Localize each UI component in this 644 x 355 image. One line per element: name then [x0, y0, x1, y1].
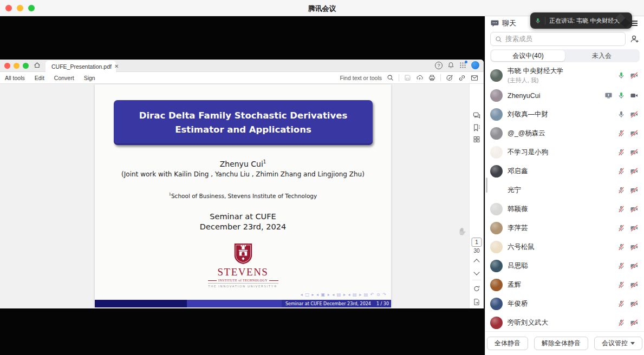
mic-icon[interactable]	[617, 91, 625, 100]
menu-item-edit[interactable]: Edit	[35, 75, 44, 81]
participant-row[interactable]: ZhenyuCui	[485, 86, 644, 105]
pdf-document-tab[interactable]: CUFE_Presentation.pdf ✕	[45, 61, 116, 72]
slide-title-line2: Estimator and Applications	[175, 123, 311, 137]
page-thumbnails-icon[interactable]	[473, 136, 480, 143]
beamer-nav-symbols[interactable]: ◂ □ ▸ ◂ ▣ ▸ ◂ ▤ ▸ ◂ ▤ ▸ ▤ ↶ ⊙ ↷	[301, 292, 387, 297]
participant-row[interactable]: @_@杨森云	[485, 124, 644, 143]
participant-row[interactable]: 年俊桥	[485, 294, 644, 313]
next-page-icon[interactable]	[473, 269, 479, 275]
pdf-close-button[interactable]	[4, 63, 10, 69]
search-icon[interactable]	[387, 74, 394, 81]
participant-row[interactable]: 六号松鼠	[485, 238, 644, 257]
mute-all-button[interactable]: 全体静音	[487, 337, 528, 350]
participant-row[interactable]: 光宁	[485, 181, 644, 200]
mic-icon[interactable]	[617, 110, 625, 119]
participant-row[interactable]: 李萍芸	[485, 219, 644, 238]
mic-icon[interactable]	[617, 262, 625, 270]
participant-row[interactable]: 邓启鑫	[485, 162, 644, 181]
rotate-page-icon[interactable]	[473, 285, 480, 292]
camera-icon[interactable]	[630, 186, 639, 194]
tab-in-meeting[interactable]: 会议中(40)	[491, 50, 565, 61]
menu-item-sign[interactable]: Sign	[84, 75, 95, 81]
speaking-mic-icon	[535, 17, 541, 24]
mic-icon[interactable]	[617, 129, 625, 137]
participant-name: 不学习是小狗	[508, 148, 548, 157]
hand-pan-tool-icon[interactable]: ✋	[458, 227, 466, 235]
mic-icon[interactable]	[617, 319, 625, 327]
mic-icon[interactable]	[617, 148, 625, 156]
mic-icon[interactable]	[617, 224, 625, 232]
apps-grid-icon[interactable]	[459, 62, 466, 69]
ai-assistant-icon[interactable]	[446, 74, 453, 82]
search-input[interactable]	[505, 35, 621, 43]
participant-avatar	[490, 203, 503, 215]
speaking-indicator-tooltip: 正在讲话: 韦晓 中央财经大学;	[530, 12, 632, 29]
menu-item-convert[interactable]: Convert	[54, 75, 74, 81]
camera-icon[interactable]	[630, 148, 639, 156]
participant-avatar	[490, 279, 503, 291]
chat-toggle[interactable]: 聊天	[491, 18, 516, 28]
notification-dot	[465, 61, 467, 63]
search-box[interactable]	[490, 32, 626, 46]
participant-avatar	[490, 146, 503, 159]
participant-row[interactable]: 韦晓 中央财经大学 (主持人, 我)	[485, 64, 644, 86]
stevens-sub-label: INSTITUTE of TECHNOLOGY	[218, 279, 268, 282]
save-icon[interactable]	[404, 74, 411, 81]
participant-row[interactable]: 不学习是小狗	[485, 143, 644, 162]
camera-icon[interactable]	[630, 224, 639, 232]
tab-not-joined[interactable]: 未入会	[565, 50, 639, 61]
print-icon[interactable]	[428, 74, 435, 81]
pdf-viewer-window: CUFE_Presentation.pdf ✕ ? All toolsEditC…	[0, 60, 484, 308]
account-avatar[interactable]	[471, 61, 479, 69]
camera-icon[interactable]	[630, 110, 639, 119]
add-member-icon[interactable]	[630, 35, 639, 43]
camera-icon[interactable]	[630, 262, 639, 270]
tab-close-icon[interactable]: ✕	[114, 63, 119, 69]
participant-row[interactable]: 刘敬真—中财	[485, 105, 644, 124]
notifications-bell-icon[interactable]	[447, 62, 454, 69]
email-icon[interactable]	[471, 75, 478, 81]
camera-icon[interactable]	[630, 281, 639, 289]
participant-row[interactable]: 韩颖薇	[485, 200, 644, 219]
participant-row[interactable]: 旁听刘义武大	[485, 313, 644, 331]
menu-item-all-tools[interactable]: All tools	[5, 75, 25, 81]
mic-icon[interactable]	[617, 281, 625, 289]
upload-cloud-icon[interactable]	[416, 74, 424, 81]
find-text-label[interactable]: Find text or tools	[340, 75, 382, 81]
mic-icon[interactable]	[617, 243, 625, 251]
pdf-maximize-button[interactable]	[23, 63, 29, 69]
mic-icon[interactable]	[617, 167, 625, 175]
camera-icon[interactable]	[630, 129, 639, 137]
export-page-icon[interactable]	[473, 298, 480, 306]
camera-icon[interactable]	[630, 300, 639, 308]
mic-icon[interactable]	[617, 205, 625, 213]
home-icon[interactable]	[34, 62, 41, 69]
participant-row[interactable]: 孟辉	[485, 275, 644, 294]
pdf-minimize-button[interactable]	[14, 63, 19, 69]
participant-name: 刘敬真—中财	[508, 110, 548, 119]
comments-icon[interactable]	[473, 112, 480, 119]
camera-icon[interactable]	[630, 71, 639, 80]
previous-page-icon[interactable]	[473, 259, 479, 265]
camera-icon[interactable]	[630, 167, 639, 175]
button-label: 全体静音	[495, 339, 521, 348]
unmute-all-button[interactable]: 解除全体静音	[534, 337, 588, 350]
participant-name: ZhenyuCui	[508, 92, 540, 100]
mic-icon[interactable]	[617, 300, 625, 308]
camera-icon[interactable]	[630, 243, 639, 251]
participant-avatar	[490, 298, 503, 310]
link-icon[interactable]	[458, 74, 466, 82]
mic-icon[interactable]	[617, 186, 625, 194]
camera-icon[interactable]	[630, 319, 639, 327]
bookmarks-icon[interactable]	[473, 124, 480, 132]
participant-row[interactable]: 吕思聪	[485, 257, 644, 275]
current-page-input[interactable]: 1	[472, 238, 482, 247]
camera-icon[interactable]	[630, 205, 639, 213]
meeting-control-button[interactable]: 会议管控	[594, 337, 642, 350]
chat-label: 聊天	[502, 18, 516, 28]
shared-screen-area: CUFE_Presentation.pdf ✕ ? All toolsEditC…	[0, 16, 485, 355]
mic-icon[interactable]	[617, 71, 625, 80]
help-icon[interactable]: ?	[435, 62, 443, 69]
camera-icon[interactable]	[630, 91, 639, 100]
panel-footer: 全体静音解除全体静音会议管控	[485, 331, 644, 355]
